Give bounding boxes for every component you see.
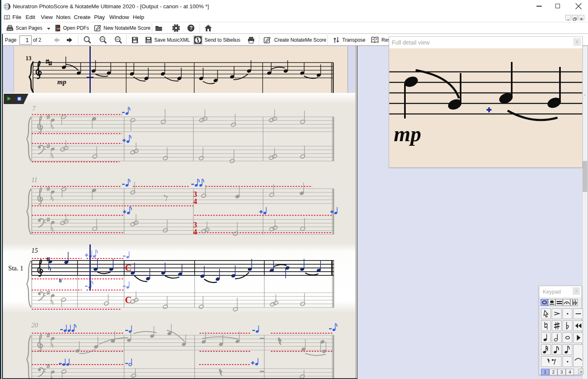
svg-text:mp: mp [57,78,66,86]
svg-text:PDF: PDF [57,28,60,30]
svg-text:20: 20 [31,322,38,329]
svg-text:15: 15 [31,247,38,254]
svg-text:Sta. 1: Sta. 1 [8,265,23,272]
svg-text:8: 8 [59,277,62,284]
svg-text:4: 4 [193,197,197,206]
svg-text:C: C [125,295,132,305]
svg-text:13: 13 [26,55,31,62]
svg-text:?: ? [190,25,193,31]
svg-text:11: 11 [31,176,38,183]
svg-text:100: 100 [100,38,103,40]
svg-text:7: 7 [32,105,36,112]
svg-text:200: 200 [115,38,119,40]
svg-text:C: C [125,263,132,273]
svg-text:4: 4 [193,228,197,236]
svg-text:mp: mp [394,122,421,146]
svg-text:XML: XML [147,41,151,43]
